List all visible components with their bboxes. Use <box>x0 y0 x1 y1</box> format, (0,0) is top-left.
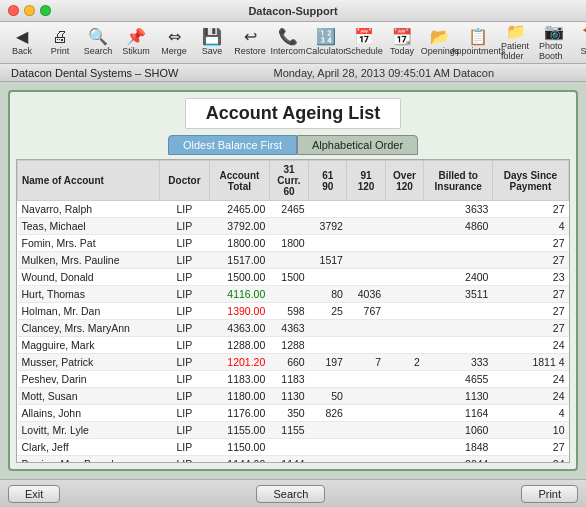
table-cell: 1150.00 <box>210 439 270 456</box>
table-cell: 1800 <box>269 235 308 252</box>
toolbar-schedule-label: Schedule <box>345 46 383 56</box>
toolbar-search-label: Search <box>84 46 113 56</box>
today-icon: 📆 <box>392 29 412 45</box>
titlebar: Datacon-Support <box>0 0 586 22</box>
table-cell: 826 <box>309 405 347 422</box>
table-cell <box>385 235 424 252</box>
exit-button[interactable]: Exit <box>8 485 60 503</box>
table-cell: 1164 <box>424 405 493 422</box>
col-over120: Over120 <box>385 161 424 201</box>
table-cell <box>424 320 493 337</box>
table-cell: 4655 <box>424 371 493 388</box>
toolbar-save-label: Save <box>202 46 223 56</box>
table-cell: 598 <box>269 303 308 320</box>
toolbar-stikum[interactable]: 📌 Stikum <box>118 24 154 62</box>
table-cell: 27 <box>492 439 568 456</box>
table-cell: Mulken, Mrs. Pauline <box>18 252 160 269</box>
toolbar-search[interactable]: 🔍 Search <box>80 24 116 62</box>
toolbar: ◀ Back 🖨 Print 🔍 Search 📌 Stikum ⇔ Merge… <box>0 22 586 64</box>
table-cell <box>385 269 424 286</box>
search-icon: 🔍 <box>88 29 108 45</box>
menubar-date: Monday, April 28, 2013 09:45:01 AM Datac… <box>190 67 578 79</box>
toolbar-merge[interactable]: ⇔ Merge <box>156 24 192 62</box>
inner-panel: Account Ageing List Oldest Balance First… <box>8 90 578 471</box>
toolbar-today[interactable]: 📆 Today <box>384 24 420 62</box>
table-cell <box>385 439 424 456</box>
tab-alphabetical[interactable]: Alphabetical Order <box>297 135 418 155</box>
toolbar-script[interactable]: 📜 Script <box>574 24 586 62</box>
toolbar-intercom[interactable]: 📞 Intercom <box>270 24 306 62</box>
table-cell: 27 <box>492 303 568 320</box>
table-cell <box>347 320 385 337</box>
table-cell: 4116.00 <box>210 286 270 303</box>
table-cell: LIP <box>159 252 209 269</box>
openings-icon: 📂 <box>430 29 450 45</box>
table-row: Lovitt, Mr. LyleLIP1155.001155106010 <box>18 422 569 439</box>
table-cell: LIP <box>159 337 209 354</box>
table-cell: LIP <box>159 371 209 388</box>
table-cell <box>347 337 385 354</box>
table-cell <box>385 337 424 354</box>
table-cell: 350 <box>269 405 308 422</box>
table-cell: 4 <box>492 218 568 235</box>
table-cell <box>309 337 347 354</box>
table-container[interactable]: Name of Account Doctor AccountTotal 31Cu… <box>16 159 570 463</box>
table-cell <box>269 218 308 235</box>
toolbar-print[interactable]: 🖨 Print <box>42 24 78 62</box>
table-cell: 4036 <box>347 286 385 303</box>
col-days: Days SincePayment <box>492 161 568 201</box>
table-cell <box>347 218 385 235</box>
col-31curr: 31Curr.60 <box>269 161 308 201</box>
table-cell: 7 <box>347 354 385 371</box>
table-cell: LIP <box>159 303 209 320</box>
toolbar-schedule[interactable]: 📅 Schedule <box>346 24 382 62</box>
table-cell: 25 <box>309 303 347 320</box>
toolbar-intercom-label: Intercom <box>271 46 306 56</box>
table-row: Allains, JohnLIP1176.0035082611644 <box>18 405 569 422</box>
table-row: Mulken, Mrs. PaulineLIP1517.00151727 <box>18 252 569 269</box>
tab-oldest-balance[interactable]: Oldest Balance First <box>168 135 297 155</box>
restore-icon: ↩ <box>244 29 257 45</box>
table-cell: 1390.00 <box>210 303 270 320</box>
tabs-row: Oldest Balance First Alphabetical Order <box>16 135 570 155</box>
table-cell <box>385 422 424 439</box>
toolbar-back[interactable]: ◀ Back <box>4 24 40 62</box>
close-button[interactable] <box>8 5 19 16</box>
toolbar-back-label: Back <box>12 46 32 56</box>
table-cell: 1130 <box>424 388 493 405</box>
toolbar-restore[interactable]: ↩ Restore <box>232 24 268 62</box>
table-cell: LIP <box>159 439 209 456</box>
table-cell <box>269 286 308 303</box>
table-cell: 2465 <box>269 201 308 218</box>
maximize-button[interactable] <box>40 5 51 16</box>
menubar: Datacon Dental Systems – SHOW Monday, Ap… <box>0 64 586 82</box>
table-cell: 3511 <box>424 286 493 303</box>
toolbar-print-label: Print <box>51 46 70 56</box>
toolbar-patient-folder[interactable]: 📁 Patient folder <box>498 24 534 62</box>
table-cell <box>309 235 347 252</box>
table-cell: 24 <box>492 337 568 354</box>
back-icon: ◀ <box>16 29 28 45</box>
table-cell: Wound, Donald <box>18 269 160 286</box>
print-button[interactable]: Print <box>521 485 578 503</box>
minimize-button[interactable] <box>24 5 35 16</box>
schedule-icon: 📅 <box>354 29 374 45</box>
table-cell: Clark, Jeff <box>18 439 160 456</box>
table-cell <box>347 201 385 218</box>
toolbar-save[interactable]: 💾 Save <box>194 24 230 62</box>
toolbar-photo-booth[interactable]: 📷 Photo Booth <box>536 24 572 62</box>
table-row: Barrios, Mrs. BeverlyLIP1144.00114420442… <box>18 456 569 464</box>
toolbar-appointments[interactable]: 📋 Appointments <box>460 24 496 62</box>
table-row: Mott, SusanLIP1180.00113050113024 <box>18 388 569 405</box>
search-button[interactable]: Search <box>256 485 325 503</box>
patient-folder-icon: 📁 <box>506 24 526 40</box>
table-cell: 1500 <box>269 269 308 286</box>
table-row: Fomin, Mrs. PatLIP1800.00180027 <box>18 235 569 252</box>
table-cell: 50 <box>309 388 347 405</box>
toolbar-calculator[interactable]: 🔢 Calculator <box>308 24 344 62</box>
table-row: Clark, JeffLIP1150.00184827 <box>18 439 569 456</box>
col-total: AccountTotal <box>210 161 270 201</box>
table-cell: 10 <box>492 422 568 439</box>
table-cell <box>385 218 424 235</box>
table-cell: LIP <box>159 422 209 439</box>
